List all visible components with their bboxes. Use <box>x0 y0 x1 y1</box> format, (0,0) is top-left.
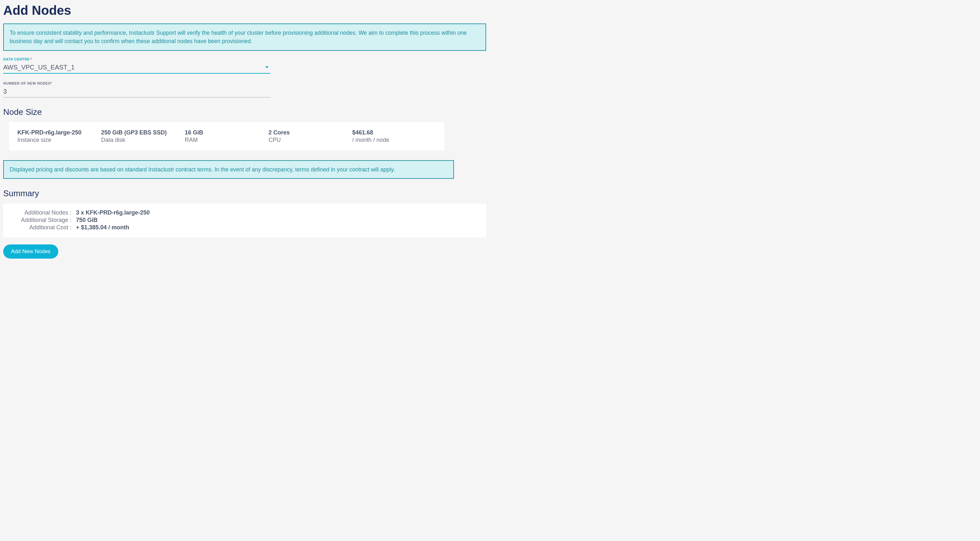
cpu-value: 2 Cores <box>269 129 352 136</box>
data-centre-label: DATA CENTRE* <box>3 57 270 61</box>
data-disk-value: 250 GiB (GP3 EBS SSD) <box>101 129 185 136</box>
summary-row-storage: Additional Storage : 750 GiB <box>11 217 478 224</box>
data-centre-value: AWS_VPC_US_EAST_1 <box>3 64 75 71</box>
num-nodes-input[interactable] <box>3 87 270 97</box>
data-centre-field: DATA CENTRE* AWS_VPC_US_EAST_1 <box>3 57 270 74</box>
price-label: / month / node <box>352 137 436 143</box>
node-col-instance: KFK-PRD-r6g.large-250 Instance size <box>18 129 101 143</box>
summary-row-nodes: Additional Nodes : 3 x KFK-PRD-r6g.large… <box>11 209 478 216</box>
add-new-nodes-button[interactable]: Add New Nodes <box>3 244 58 259</box>
required-indicator: * <box>51 81 52 85</box>
health-check-banner: To ensure consistent stability and perfo… <box>3 24 486 51</box>
summary-card: Additional Nodes : 3 x KFK-PRD-r6g.large… <box>3 204 486 237</box>
num-nodes-label: NUMBER OF NEW NODES* <box>3 81 270 85</box>
ram-value: 16 GiB <box>185 129 269 136</box>
summary-value: + $1,385.04 / month <box>76 224 129 231</box>
instance-size-label: Instance size <box>18 137 101 143</box>
num-nodes-field: NUMBER OF NEW NODES* <box>3 81 270 97</box>
required-indicator: * <box>30 57 32 61</box>
summary-label: Additional Storage : <box>11 217 76 224</box>
node-col-ram: 16 GiB RAM <box>185 129 269 143</box>
data-disk-label: Data disk <box>101 137 185 143</box>
summary-value: 750 GiB <box>76 217 97 224</box>
node-col-disk: 250 GiB (GP3 EBS SSD) Data disk <box>101 129 185 143</box>
page-title: Add Nodes <box>3 3 486 18</box>
summary-label: Additional Cost : <box>11 224 76 231</box>
node-size-heading: Node Size <box>3 107 486 117</box>
summary-value: 3 x KFK-PRD-r6g.large-250 <box>76 209 150 216</box>
cpu-label: CPU <box>269 137 352 143</box>
summary-label: Additional Nodes : <box>11 209 76 216</box>
pricing-disclaimer-banner: Displayed pricing and discounts are base… <box>3 160 454 179</box>
node-col-cpu: 2 Cores CPU <box>269 129 352 143</box>
node-col-price: $461.68 / month / node <box>352 129 436 143</box>
data-centre-select[interactable]: AWS_VPC_US_EAST_1 <box>3 62 270 74</box>
ram-label: RAM <box>185 137 269 143</box>
summary-heading: Summary <box>3 189 486 198</box>
summary-row-cost: Additional Cost : + $1,385.04 / month <box>11 224 478 231</box>
price-value: $461.68 <box>352 129 436 136</box>
chevron-down-icon <box>265 66 269 68</box>
instance-size-value: KFK-PRD-r6g.large-250 <box>18 129 101 136</box>
node-size-card: KFK-PRD-r6g.large-250 Instance size 250 … <box>9 122 444 151</box>
